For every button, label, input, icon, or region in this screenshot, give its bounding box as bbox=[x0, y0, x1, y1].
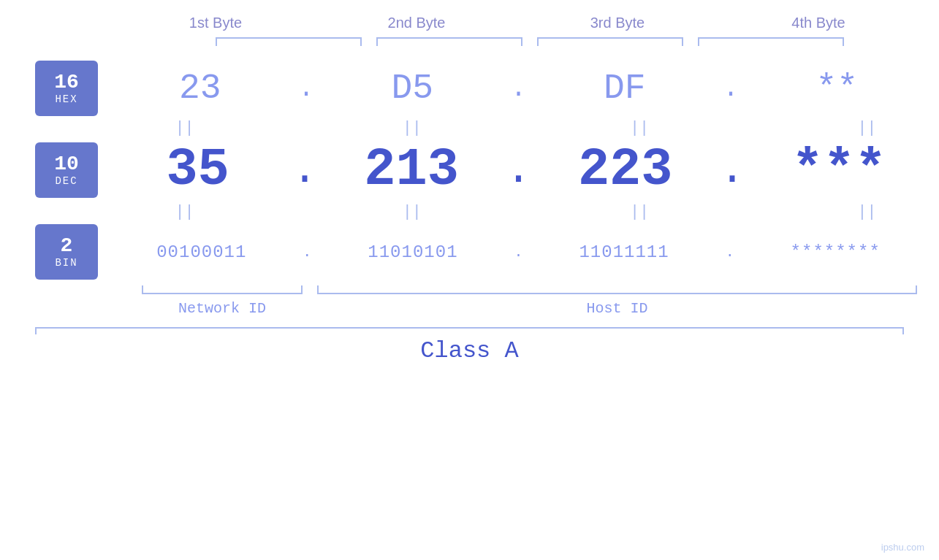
bin-badge-label: BIN bbox=[55, 257, 77, 269]
dec-octet-2: 213 bbox=[331, 140, 492, 200]
equals-1-2: || bbox=[332, 119, 493, 137]
dec-badge-label: DEC bbox=[55, 175, 77, 187]
bin-badge: 2 BIN bbox=[35, 224, 98, 280]
byte-label-3: 3rd Byte bbox=[537, 15, 698, 31]
dec-value-1: 35 bbox=[118, 140, 278, 200]
equals-2-4: || bbox=[786, 203, 939, 221]
byte-label-4: 4th Byte bbox=[738, 15, 899, 31]
hex-badge: 16 HEX bbox=[35, 61, 98, 116]
equals-row-1: || || || || bbox=[56, 116, 939, 140]
bin-value-4: ******** bbox=[755, 242, 916, 262]
dec-badge: 10 DEC bbox=[35, 142, 98, 198]
hex-octet-4: ** bbox=[756, 69, 917, 108]
equals-1-4: || bbox=[786, 119, 939, 137]
dec-dot-3: . bbox=[719, 145, 745, 195]
byte-label-2: 2nd Byte bbox=[336, 15, 497, 31]
bottom-section: Network ID Host ID bbox=[0, 285, 939, 317]
full-bracket bbox=[35, 327, 904, 329]
hex-value-3: DF bbox=[544, 69, 705, 108]
hex-value-1: 23 bbox=[120, 69, 281, 108]
bin-octet-4: ******** bbox=[755, 242, 916, 262]
bin-dot-1: . bbox=[303, 244, 311, 261]
bin-value-2: 11010101 bbox=[332, 242, 493, 262]
bottom-brackets bbox=[134, 285, 924, 294]
network-bracket bbox=[142, 285, 303, 294]
equals-2-2: || bbox=[332, 203, 493, 221]
network-id-label: Network ID bbox=[142, 300, 303, 317]
watermark: ipshu.com bbox=[881, 542, 924, 553]
bin-octet-1: 00100011 bbox=[121, 242, 282, 262]
dec-octet-1: 35 bbox=[118, 140, 278, 200]
hex-row: 16 HEX 23 . D5 . DF . ** bbox=[0, 61, 939, 116]
dec-octet-4: *** bbox=[759, 140, 919, 200]
dec-octet-3: 223 bbox=[545, 140, 706, 200]
hex-dot-3: . bbox=[723, 74, 739, 104]
equals-2-3: || bbox=[559, 203, 720, 221]
hex-badge-number: 16 bbox=[54, 72, 79, 94]
hex-value-4: ** bbox=[756, 69, 917, 108]
top-bracket-3 bbox=[537, 37, 683, 46]
bin-value-3: 11011111 bbox=[544, 242, 704, 262]
hex-octet-2: D5 bbox=[332, 69, 493, 108]
dec-dot-1: . bbox=[292, 145, 318, 195]
host-id-label: Host ID bbox=[317, 300, 917, 317]
class-label: Class A bbox=[420, 337, 518, 364]
bin-badge-number: 2 bbox=[61, 235, 73, 258]
hex-octet-3: DF bbox=[544, 69, 705, 108]
equals-container-1: || || || || bbox=[71, 119, 939, 137]
byte-labels: 1st Byte 2nd Byte 3rd Byte 4th Byte bbox=[115, 15, 919, 31]
top-bracket-2 bbox=[376, 37, 522, 46]
main-container: 1st Byte 2nd Byte 3rd Byte 4th Byte 16 H… bbox=[0, 0, 939, 560]
bin-octet-2: 11010101 bbox=[332, 242, 493, 262]
equals-2-1: || bbox=[104, 203, 265, 221]
dec-dot-2: . bbox=[505, 145, 531, 195]
equals-row-2: || || || || bbox=[56, 200, 939, 224]
bin-dot-2: . bbox=[514, 244, 522, 261]
dec-badge-number: 10 bbox=[54, 153, 79, 176]
hex-octets: 23 . D5 . DF . ** bbox=[113, 69, 924, 108]
host-bracket bbox=[317, 285, 917, 294]
hex-value-2: D5 bbox=[332, 69, 493, 108]
hex-octet-1: 23 bbox=[120, 69, 281, 108]
equals-1-3: || bbox=[559, 119, 720, 137]
equals-1-1: || bbox=[104, 119, 265, 137]
top-bracket-1 bbox=[216, 37, 362, 46]
bin-value-1: 00100011 bbox=[121, 242, 282, 262]
top-brackets bbox=[208, 37, 851, 46]
bin-octets: 00100011 . 11010101 . 11011111 . *******… bbox=[113, 242, 924, 262]
bin-row: 2 BIN 00100011 . 11010101 . 11011111 . *… bbox=[0, 224, 939, 280]
bin-octet-3: 11011111 bbox=[544, 242, 704, 262]
top-bracket-4 bbox=[698, 37, 844, 46]
dec-value-2: 213 bbox=[331, 140, 492, 200]
dec-value-4: *** bbox=[759, 140, 919, 200]
hex-badge-label: HEX bbox=[55, 93, 77, 105]
hex-dot-2: . bbox=[511, 74, 527, 104]
dec-value-3: 223 bbox=[545, 140, 706, 200]
byte-label-1: 1st Byte bbox=[135, 15, 296, 31]
bottom-labels: Network ID Host ID bbox=[134, 300, 924, 317]
dec-row: 10 DEC 35 . 213 . 223 . *** bbox=[0, 140, 939, 200]
dec-octets: 35 . 213 . 223 . *** bbox=[113, 140, 924, 200]
hex-dot-1: . bbox=[298, 74, 314, 104]
bin-dot-3: . bbox=[726, 244, 734, 261]
equals-container-2: || || || || bbox=[71, 203, 939, 221]
